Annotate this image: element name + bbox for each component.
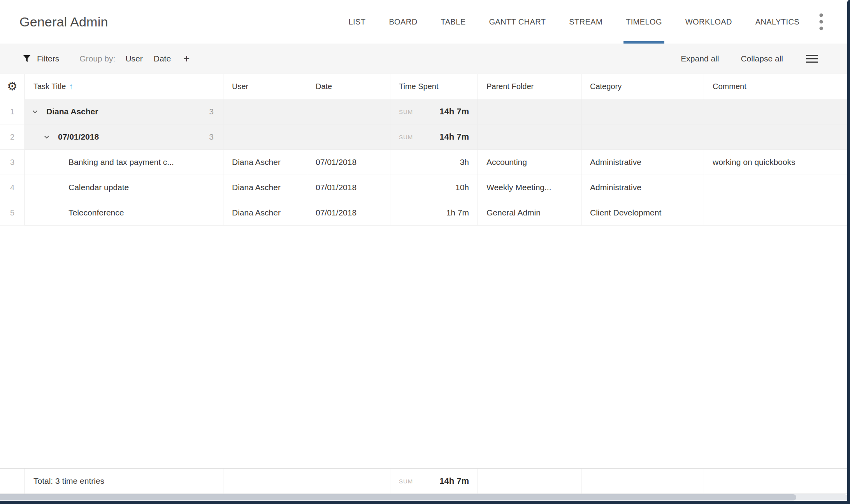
table-options-button[interactable] — [805, 52, 819, 66]
user-cell: Diana Ascher — [223, 150, 307, 175]
funnel-icon — [22, 54, 32, 63]
date-cell: 07/01/2018 — [307, 200, 390, 226]
sum-value: 14h 7m — [439, 107, 469, 117]
tab-table[interactable]: TABLE — [441, 0, 466, 44]
column-header-comment[interactable]: Comment — [704, 74, 850, 99]
group-by-date-chip[interactable]: Date — [154, 54, 171, 63]
time-sum-cell: SUM 14h 7m — [390, 99, 478, 124]
window-bottom-edge — [0, 501, 850, 504]
group-title-cell: 07/01/2018 3 — [25, 124, 223, 150]
horizontal-scrollbar — [0, 494, 850, 501]
total-row: Total: 3 time entries SUM 14h 7m — [0, 468, 850, 494]
row-number: 5 — [0, 200, 25, 226]
user-cell — [223, 124, 307, 150]
view-tabs: LIST BOARD TABLE GANTT CHART STREAM TIME… — [349, 0, 813, 44]
window-right-edge — [847, 0, 850, 504]
column-header-parent-folder[interactable]: Parent Folder — [478, 74, 581, 99]
category-cell — [581, 124, 704, 150]
user-cell: Diana Ascher — [223, 175, 307, 200]
row-number: 2 — [0, 124, 25, 150]
chevron-down-icon[interactable] — [32, 110, 38, 114]
date-cell — [307, 99, 390, 124]
column-header-user[interactable]: User — [223, 74, 307, 99]
sort-ascending-icon: ↑ — [69, 82, 73, 91]
user-cell — [223, 469, 307, 494]
time-spent-cell: 1h 7m — [390, 200, 478, 226]
add-group-by-button[interactable]: + — [183, 53, 190, 64]
page-title: General Admin — [19, 14, 108, 30]
tab-timelog[interactable]: TIMELOG — [626, 0, 662, 44]
kebab-menu-icon — [819, 12, 824, 31]
table-row[interactable]: 3 Banking and tax payment c... Diana Asc… — [0, 150, 850, 175]
row-number: 4 — [0, 175, 25, 200]
tab-gantt-chart[interactable]: GANTT CHART — [489, 0, 546, 44]
tab-board[interactable]: BOARD — [389, 0, 417, 44]
row-number: 1 — [0, 99, 25, 124]
group-title-cell: Diana Ascher 3 — [25, 99, 223, 124]
comment-cell: working on quickbooks — [704, 150, 850, 175]
group-by-section: Group by: User Date + — [79, 53, 190, 64]
sum-label: SUM — [399, 478, 413, 485]
parent-folder-cell: General Admin — [478, 200, 581, 226]
group-count: 3 — [209, 107, 214, 116]
comment-cell — [704, 175, 850, 200]
filter-right-actions: Expand all Collapse all — [681, 52, 819, 66]
time-sum-cell: SUM 14h 7m — [390, 124, 478, 150]
filters-button[interactable]: Filters — [22, 54, 59, 63]
date-cell: 07/01/2018 — [307, 150, 390, 175]
sum-value: 14h 7m — [439, 132, 469, 142]
top-bar: General Admin LIST BOARD TABLE GANTT CHA… — [0, 0, 850, 44]
category-cell — [581, 469, 704, 494]
date-cell — [307, 124, 390, 150]
chevron-down-icon[interactable] — [44, 135, 49, 139]
category-cell: Client Development — [581, 200, 704, 226]
user-cell — [223, 99, 307, 124]
gear-icon: ⚙ — [7, 80, 18, 92]
table-row[interactable]: 5 Teleconference Diana Ascher 07/01/2018… — [0, 200, 850, 226]
parent-folder-cell — [478, 99, 581, 124]
expand-all-button[interactable]: Expand all — [681, 54, 719, 63]
category-cell — [581, 99, 704, 124]
group-by-user-chip[interactable]: User — [125, 54, 142, 63]
group-row-date[interactable]: 2 07/01/2018 3 SUM 14h 7m — [0, 124, 850, 150]
tab-stream[interactable]: STREAM — [569, 0, 602, 44]
task-title-cell: Banking and tax payment c... — [25, 150, 223, 175]
column-settings-button[interactable]: ⚙ — [0, 74, 25, 99]
sum-label: SUM — [399, 134, 413, 140]
column-header-date[interactable]: Date — [307, 74, 390, 99]
comment-cell — [704, 124, 850, 150]
row-number — [0, 469, 25, 494]
user-cell: Diana Ascher — [223, 200, 307, 226]
comment-cell — [704, 99, 850, 124]
tab-list[interactable]: LIST — [349, 0, 366, 44]
tab-workload[interactable]: WORKLOAD — [685, 0, 732, 44]
hamburger-icon — [806, 54, 818, 63]
empty-area — [0, 226, 850, 468]
date-cell: 07/01/2018 — [307, 175, 390, 200]
table-header-row: ⚙ Task Title ↑ User Date Time Spent Pare… — [0, 74, 850, 99]
comment-cell — [704, 469, 850, 494]
more-views-button[interactable] — [813, 10, 830, 33]
group-row-user[interactable]: 1 Diana Ascher 3 SUM 14h 7m — [0, 99, 850, 124]
column-header-task-title[interactable]: Task Title ↑ — [25, 74, 223, 99]
filter-toolbar: Filters Group by: User Date + Expand all… — [0, 44, 850, 74]
time-spent-cell: 3h — [390, 150, 478, 175]
collapse-all-button[interactable]: Collapse all — [741, 54, 783, 63]
timelog-view: General Admin LIST BOARD TABLE GANTT CHA… — [0, 0, 850, 504]
group-count: 3 — [209, 132, 214, 142]
group-label: 07/01/2018 — [58, 132, 99, 142]
tab-analytics[interactable]: ANALYTICS — [755, 0, 799, 44]
date-cell — [307, 469, 390, 494]
scrollbar-thumb[interactable] — [0, 494, 796, 500]
parent-folder-cell — [478, 469, 581, 494]
category-cell: Administrative — [581, 175, 704, 200]
task-title-cell: Teleconference — [25, 200, 223, 226]
column-header-category[interactable]: Category — [581, 74, 704, 99]
comment-cell — [704, 200, 850, 226]
category-cell: Administrative — [581, 150, 704, 175]
parent-folder-cell — [478, 124, 581, 150]
row-number: 3 — [0, 150, 25, 175]
table-row[interactable]: 4 Calendar update Diana Ascher 07/01/201… — [0, 175, 850, 200]
column-header-time-spent[interactable]: Time Spent — [390, 74, 478, 99]
sum-label: SUM — [399, 108, 413, 115]
